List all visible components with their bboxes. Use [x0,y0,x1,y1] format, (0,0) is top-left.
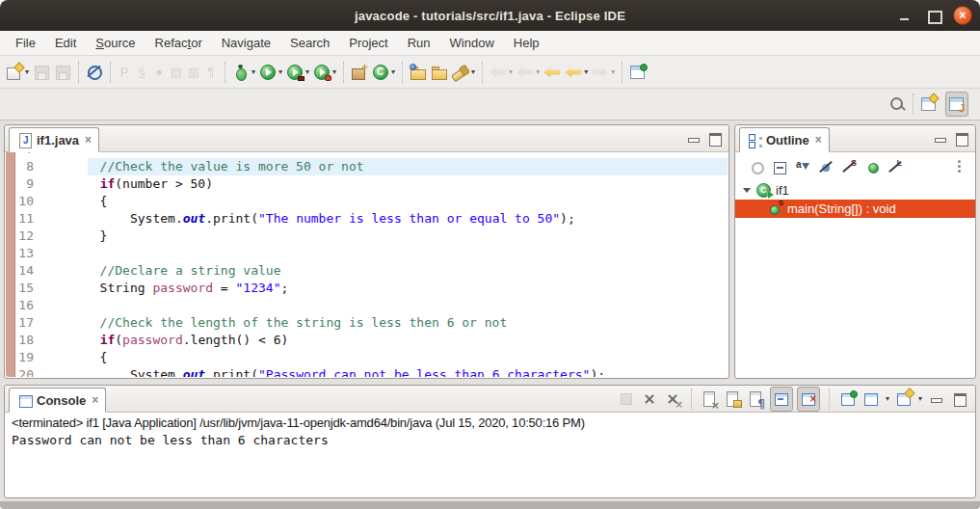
maximize-editor-button[interactable] [705,129,725,148]
scroll-lock-icon[interactable] [724,389,743,409]
code-line-9[interactable]: 9 if(number > 50) [16,175,728,193]
annotation-ruler[interactable] [6,152,15,377]
save-button[interactable] [31,60,52,85]
show-stdout-icon [772,389,791,409]
maximize-console-button[interactable] [950,389,969,409]
open-perspective-icon [919,94,939,114]
open-task-button[interactable] [408,60,429,85]
code-line-18[interactable]: 18 if(password.length() < 6) [16,332,728,349]
minimize-console-button[interactable] [927,389,946,409]
code-area[interactable]: 78 //Check the value is more 50 or not9 … [16,152,728,377]
view-menu-icon[interactable] [951,159,967,175]
chevron-down-icon[interactable]: ▾ [391,67,395,76]
code-line-19[interactable]: 19 { [16,349,728,366]
collapse-all-icon[interactable] [772,159,788,175]
menu-help[interactable]: Help [504,33,549,53]
sort-icon[interactable] [795,159,811,175]
tab-if1-java[interactable]: if1.java × [9,127,99,152]
new-java-class-button[interactable]: ▾ [370,60,397,85]
remove-all-launches-icon[interactable] [663,389,682,409]
find-actions-button[interactable] [887,92,908,117]
open-perspective-button[interactable] [918,92,940,117]
close-window-button[interactable]: × [953,6,972,25]
code-line-20[interactable]: 20 System.out.print("Password can not be… [16,366,728,377]
console-tab-label: Console [37,393,86,408]
pin-console-icon[interactable] [838,389,858,409]
code-text: if(password.length() < 6) [40,332,728,349]
chevron-down-icon[interactable]: ▾ [252,67,255,76]
titlebar[interactable]: javacode - tutorials/src/if1.java - Ecli… [0,0,980,31]
close-icon[interactable]: × [85,133,92,147]
search-button[interactable]: ▾ [450,60,477,85]
menu-file[interactable]: File [6,33,45,53]
display-console-icon[interactable] [861,389,881,409]
show-stdout-toggle[interactable] [770,387,793,412]
hide-local-types-icon[interactable] [887,159,904,175]
chevron-down-icon[interactable]: ▾ [25,67,29,76]
hide-fields-icon[interactable] [818,159,834,175]
menu-run[interactable]: Run [398,33,440,53]
tab-outline[interactable]: Outline × [739,127,830,152]
show-stderr-toggle[interactable] [797,387,820,412]
chevron-down-icon[interactable]: ▾ [886,394,889,403]
maximize-window-button[interactable] [924,6,943,25]
menu-source[interactable]: Source [86,33,145,53]
menu-search[interactable]: Search [280,33,339,53]
chevron-down-icon[interactable]: ▾ [332,67,336,76]
word-wrap-icon[interactable] [747,389,766,409]
inactive-tool-button-3: ● [150,60,168,85]
hide-non-public-icon[interactable] [864,159,881,175]
coverage-button[interactable]: ▾ [284,60,311,85]
code-line-13[interactable]: 13 [16,245,728,262]
code-line-15[interactable]: 15 String password = "1234"; [16,280,728,297]
code-line-11[interactable]: 11 System.out.print("The number is less … [16,210,728,228]
save-all-button[interactable] [52,60,73,85]
back-button[interactable]: ▾ [563,60,590,85]
close-icon[interactable]: × [92,393,98,407]
previous-edit-location-button: ▾ [515,60,542,85]
code-editor[interactable]: 78 //Check the value is more 50 or not9 … [6,152,728,377]
hide-static-members-icon[interactable] [841,159,858,175]
menu-project[interactable]: Project [339,33,397,53]
menu-navigate[interactable]: Navigate [212,33,280,53]
tab-console[interactable]: Console × [9,388,106,413]
debug-button[interactable]: ▾ [230,60,257,85]
code-line-17[interactable]: 17 //Check the length of the string is l… [16,314,728,332]
chevron-down-icon[interactable]: ▾ [918,394,922,403]
chevron-down-icon[interactable]: ▾ [305,67,309,76]
code-line-10[interactable]: 10 { [16,193,728,210]
tree-expander-icon[interactable] [743,188,751,193]
menu-window[interactable]: Window [440,33,504,53]
code-line-12[interactable]: 12 } [16,228,728,245]
outline-item-method[interactable]: Smain(String[]) : void [735,200,975,218]
code-line-8[interactable]: 8 //Check the value is more 50 or not [16,158,728,175]
maximize-outline-button[interactable] [952,129,971,148]
minimize-editor-button[interactable] [684,129,703,148]
chevron-down-icon[interactable]: ▾ [278,67,282,76]
pin-editor-button[interactable] [627,60,649,85]
new-java-project-button[interactable] [349,60,370,85]
new-wizard-button[interactable]: ▾ [4,60,31,85]
minimize-window-button[interactable] [895,6,914,25]
code-line-14[interactable]: 14 //Declare a string value [16,262,728,280]
code-line-16[interactable]: 16 [16,297,728,314]
open-console-icon[interactable] [894,389,914,409]
inactive-tool-icon: ▥ [186,63,201,82]
back-history-button[interactable] [542,60,563,85]
outline-item-class[interactable]: if1 [735,181,975,200]
clear-console-icon[interactable] [701,389,720,409]
close-icon[interactable]: × [815,133,822,147]
profile-button[interactable]: ▾ [311,60,338,85]
run-button[interactable]: ▾ [257,60,284,85]
outline-item-label: main(String[]) : void [787,201,896,216]
menu-refactor[interactable]: Refactor [146,33,212,53]
minimize-outline-button[interactable] [931,129,950,148]
java-perspective-button[interactable] [945,92,968,117]
skip-all-breakpoints-button[interactable] [84,60,105,85]
remove-launch-icon[interactable] [640,389,659,409]
chevron-down-icon[interactable]: ▾ [584,67,588,76]
chevron-down-icon[interactable]: ▾ [471,67,475,76]
console-output-area[interactable]: <terminated> if1 [Java Application] /usr… [6,413,974,496]
open-resource-button[interactable] [429,60,450,85]
menu-edit[interactable]: Edit [45,33,86,53]
